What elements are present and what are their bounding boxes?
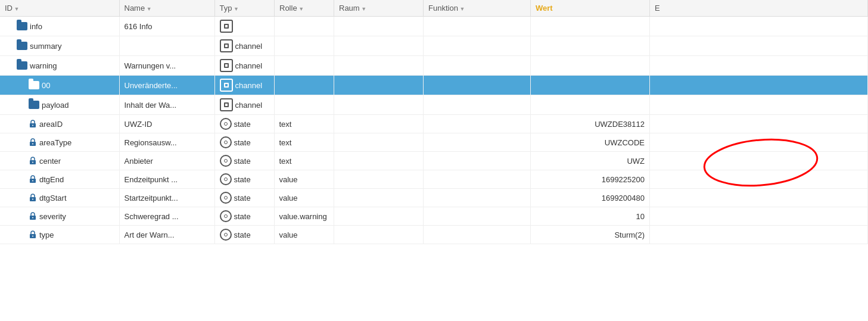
cell-rolle [275, 95, 334, 115]
cell-wert: UWZCODE [531, 133, 650, 152]
svg-point-5 [32, 162, 33, 163]
id-value: dtgEnd [39, 175, 64, 184]
table-row[interactable]: typeArt der Warn...statevalueSturm(2) [0, 226, 868, 244]
cell-raum [334, 133, 424, 152]
cell-extra [650, 152, 868, 170]
lock-icon [29, 230, 37, 239]
table-row[interactable]: payloadInhalt der Wa...channel [0, 95, 868, 115]
cell-raum [334, 115, 424, 133]
cell-raum [334, 56, 424, 76]
cell-extra [650, 36, 868, 56]
circle-icon [220, 136, 232, 148]
table-row[interactable]: dtgStartStartzeitpunkt...statevalue16992… [0, 189, 868, 207]
circle-icon [220, 173, 232, 185]
cell-id: dtgStart [0, 189, 119, 207]
lock-icon [29, 120, 37, 128]
header-name[interactable]: Name [119, 0, 214, 17]
cell-rolle: text [275, 133, 334, 152]
typ-value: state [234, 230, 251, 239]
folder-icon [17, 22, 27, 30]
cell-extra [650, 207, 868, 226]
header-extra: E [650, 0, 868, 17]
header-raum[interactable]: Raum [334, 0, 424, 17]
data-table: ID Name Typ Rolle Raum Funktion Wert E i… [0, 0, 868, 244]
table-row[interactable]: centerAnbieterstatetextUWZ [0, 152, 868, 170]
svg-point-7 [32, 180, 33, 182]
id-value: 00 [42, 81, 50, 90]
circle-icon [220, 118, 232, 130]
cell-name: Endzeitpunkt ... [119, 170, 214, 189]
table-row[interactable]: info616 Info [0, 17, 868, 36]
cell-raum [334, 207, 424, 226]
typ-value: state [234, 157, 251, 166]
typ-value: state [234, 194, 251, 202]
id-value: warning [30, 61, 57, 70]
cell-name: Regionsausw... [119, 133, 214, 152]
lock-icon [29, 138, 37, 147]
cell-id: summary [0, 36, 119, 56]
cell-id: info [0, 17, 119, 36]
channel-icon [220, 59, 233, 72]
lock-icon [29, 175, 37, 183]
table-row[interactable]: areaTypeRegionsausw...statetextUWZCODE [0, 133, 868, 152]
cell-raum [334, 95, 424, 115]
cell-funktion [424, 226, 531, 244]
cell-extra [650, 170, 868, 189]
cell-rolle [275, 17, 334, 36]
cell-rolle: value.warning [275, 207, 334, 226]
table-row[interactable]: severitySchweregrad ...statevalue.warnin… [0, 207, 868, 226]
cell-raum [334, 36, 424, 56]
table-row[interactable]: dtgEndEndzeitpunkt ...statevalue16992252… [0, 170, 868, 189]
cell-name: Inhalt der Wa... [119, 95, 214, 115]
svg-point-11 [32, 217, 33, 219]
cell-raum [334, 189, 424, 207]
channel-icon [220, 20, 233, 33]
cell-raum [334, 170, 424, 189]
channel-icon [220, 39, 233, 52]
cell-typ: state [215, 189, 275, 207]
cell-funktion [424, 115, 531, 133]
cell-funktion [424, 36, 531, 56]
cell-rolle: value [275, 226, 334, 244]
table-row[interactable]: areaIDUWZ-IDstatetextUWZDE38112 [0, 115, 868, 133]
cell-typ: channel [215, 76, 275, 95]
header-funktion[interactable]: Funktion [424, 0, 531, 17]
cell-funktion [424, 152, 531, 170]
circle-icon [220, 210, 232, 222]
svg-point-3 [32, 144, 33, 145]
cell-funktion [424, 76, 531, 95]
folder-icon [17, 42, 27, 50]
cell-name: Art der Warn... [119, 226, 214, 244]
cell-wert: 1699200480 [531, 189, 650, 207]
cell-id: payload [0, 95, 119, 115]
cell-extra [650, 56, 868, 76]
cell-rolle [275, 56, 334, 76]
cell-rolle [275, 76, 334, 95]
circle-icon [220, 229, 232, 241]
header-typ[interactable]: Typ [214, 0, 275, 17]
cell-typ: state [215, 152, 275, 170]
cell-funktion [424, 170, 531, 189]
header-row: ID Name Typ Rolle Raum Funktion Wert E [0, 0, 868, 17]
circle-icon [220, 192, 232, 204]
lock-icon [29, 212, 37, 220]
cell-extra [650, 76, 868, 95]
cell-typ: state [215, 207, 275, 225]
cell-id: areaID [0, 115, 119, 133]
cell-rolle [275, 36, 334, 56]
cell-funktion [424, 56, 531, 76]
cell-funktion [424, 133, 531, 152]
header-id[interactable]: ID [0, 0, 119, 17]
header-rolle[interactable]: Rolle [275, 0, 334, 17]
table-row[interactable]: summarychannel [0, 36, 868, 56]
table-wrapper: ID Name Typ Rolle Raum Funktion Wert E i… [0, 0, 868, 244]
cell-rolle: text [275, 115, 334, 133]
table-row[interactable]: 00Unveränderte...channel [0, 76, 868, 95]
table-row[interactable]: warningWarnungen v...channel [0, 56, 868, 76]
typ-value: channel [235, 81, 263, 90]
id-value: center [39, 157, 61, 166]
cell-wert [531, 95, 650, 115]
cell-id: severity [0, 207, 119, 226]
cell-wert [531, 17, 650, 36]
typ-value: channel [235, 101, 263, 110]
